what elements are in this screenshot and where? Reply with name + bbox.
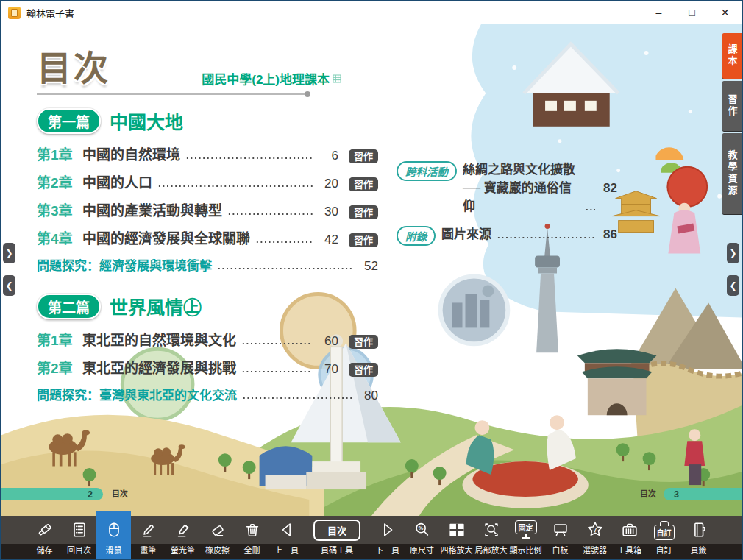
tool-label: 顯示比例 — [510, 544, 542, 559]
tool-page-tool[interactable]: 目次頁碼工具 — [304, 516, 370, 559]
tool-quad-zoom[interactable]: 四格放大 — [439, 516, 474, 559]
book-subtitle: 國民中學(2上)地理課本 — [202, 69, 330, 88]
prev-triangle-icon — [269, 516, 304, 544]
tool-highlighter[interactable]: 螢光筆 — [166, 516, 200, 559]
chapter-number: 第4章 — [37, 227, 82, 247]
extra-lines: 圖片來源86 — [441, 225, 617, 244]
monitor-icon: 固定 — [515, 520, 537, 534]
zoom-area-icon — [474, 516, 508, 544]
dot-leader — [185, 157, 313, 160]
tool-save[interactable]: 儲存 — [27, 516, 62, 559]
toc-extra-row[interactable]: 附錄圖片來源86 — [397, 225, 617, 246]
right-edge-back-arrow[interactable]: ❮ — [727, 275, 739, 296]
page-stage: 目次 國民中學(2上)地理課本 第一篇中國大地第1章中國的自然環境6習作第2章中… — [1, 24, 742, 516]
maximize-button[interactable]: □ — [675, 1, 708, 24]
tool-page-tabs[interactable]: 頁籤 — [681, 516, 716, 559]
close-button[interactable]: ✕ — [708, 1, 742, 24]
tool-toolbox[interactable]: 工具箱 — [612, 516, 647, 559]
toc-chapter-row[interactable]: 第3章中國的產業活動與轉型30習作 — [37, 199, 378, 219]
chapter-number: 第1章 — [37, 329, 82, 349]
dot-leader — [227, 213, 313, 216]
dot-leader — [241, 342, 313, 345]
explore-prefix: 問題探究： — [37, 385, 99, 403]
tool-label: 螢光筆 — [171, 544, 195, 559]
side-tab-workbook[interactable]: 習作 — [722, 81, 742, 131]
workbook-badge-button[interactable]: 習作 — [349, 149, 378, 163]
page-tool-value[interactable]: 目次 — [313, 520, 360, 541]
workbook-badge-button[interactable]: 習作 — [349, 177, 378, 191]
tool-next-page[interactable]: 下一頁 — [370, 516, 405, 559]
toc-chapter-row[interactable]: 第1章東北亞的自然環境與文化60習作 — [37, 329, 378, 349]
page-button: 目次 — [304, 516, 370, 544]
toc-extra-row[interactable]: 跨科活動絲綢之路與文化擴散── 寶藏巖的通俗信仰82 — [397, 160, 617, 216]
title-divider — [37, 93, 305, 95]
explore-row[interactable]: 問題探究：臺灣與東北亞的文化交流80 — [37, 385, 378, 403]
page-number-left: 2 — [88, 489, 93, 500]
left-edge-forward-arrow[interactable]: ❯ — [3, 243, 15, 263]
side-tab-resources[interactable]: 教學資源 — [722, 133, 742, 214]
tool-display-ratio[interactable]: 固定顯示比例 — [508, 516, 543, 559]
next-triangle-icon — [370, 516, 405, 544]
tool-partial-zoom[interactable]: 局部放大 — [474, 516, 508, 559]
dot-leader — [157, 185, 313, 188]
dot-leader — [585, 208, 595, 211]
tool-label: 白板 — [552, 544, 569, 559]
tool-pen[interactable]: 畫筆 — [131, 516, 166, 559]
highlighter-icon — [166, 516, 200, 544]
titlebar: 翰林電子書 – □ ✕ — [1, 1, 742, 24]
tool-custom[interactable]: 自訂自訂 — [647, 516, 681, 559]
tool-mouse[interactable]: 滑鼠 — [96, 511, 131, 559]
extra-lines: 絲綢之路與文化擴散── 寶藏巖的通俗信仰82 — [463, 160, 617, 216]
workbook-badge-button[interactable]: 習作 — [349, 335, 378, 349]
toc-extras: 跨科活動絲綢之路與文化擴散── 寶藏巖的通俗信仰82附錄圖片來源86 — [397, 160, 617, 255]
section-title: 世界風情㊤ — [110, 293, 202, 319]
workbook-badge-button[interactable]: 習作 — [349, 205, 378, 219]
left-edge-back-arrow[interactable]: ❮ — [3, 275, 15, 296]
tool-prev-page[interactable]: 上一頁 — [269, 516, 304, 559]
tool-label: 局部放大 — [475, 544, 508, 559]
toc-chapter-row[interactable]: 第2章中國的人口20習作 — [37, 171, 378, 191]
side-tab-textbook[interactable]: 課本 — [722, 33, 742, 79]
explore-title: 臺灣與東北亞的文化交流 — [99, 385, 237, 403]
dot-leader — [217, 267, 353, 270]
explore-prefix: 問題探究： — [37, 255, 99, 274]
page-number-right: 3 — [674, 489, 679, 500]
case-text-icon: 自訂 — [647, 516, 681, 544]
workbook-badge-button[interactable]: 習作 — [349, 233, 378, 247]
tool-label: 回目次 — [67, 544, 91, 559]
section-badge: 第二篇 — [37, 294, 101, 319]
chapter-number: 第1章 — [37, 143, 82, 163]
toc-chapter-row[interactable]: 第4章中國的經濟發展與全球關聯42習作 — [37, 227, 378, 247]
section-header: 第一篇中國大地 — [37, 107, 378, 134]
toolbox-icon — [612, 516, 647, 544]
tool-number-picker[interactable]: 7選號器 — [577, 516, 612, 559]
chapter-title: 中國的自然環境 — [82, 143, 180, 163]
tool-label: 上一頁 — [274, 544, 299, 559]
minimize-button[interactable]: – — [642, 1, 675, 24]
tool-whiteboard[interactable]: 白板 — [543, 516, 577, 559]
toc-list-icon — [62, 516, 96, 544]
toc-chapter-row[interactable]: 第2章東北亞的經濟發展與挑戰70習作 — [37, 357, 378, 377]
chapter-number: 第2章 — [37, 171, 82, 191]
chapter-page-number: 6 — [316, 149, 338, 163]
app-icon — [8, 7, 21, 19]
svg-text:%: % — [418, 525, 423, 531]
explore-row[interactable]: 問題探究：經濟發展與環境衝擊52 — [37, 255, 378, 274]
workbook-badge-button[interactable]: 習作 — [349, 363, 378, 377]
tool-eraser[interactable]: 橡皮擦 — [200, 516, 235, 559]
toc-chapter-row[interactable]: 第1章中國的自然環境6習作 — [37, 143, 378, 163]
chapter-title: 中國的經濟發展與全球關聯 — [82, 227, 250, 247]
section-header: 第二篇世界風情㊤ — [37, 293, 378, 319]
tool-delete-all[interactable]: 全刪 — [235, 516, 269, 559]
tool-label: 下一頁 — [375, 544, 399, 559]
chapter-title: 中國的人口 — [82, 171, 152, 191]
tool-label: 儲存 — [37, 544, 53, 559]
tool-label: 選號器 — [583, 544, 607, 559]
tool-back-to-toc[interactable]: 回目次 — [62, 516, 96, 559]
extra-text: 絲綢之路與文化擴散 — [463, 160, 575, 179]
eraser-icon — [200, 516, 235, 544]
subtitle-wrap: 國民中學(2上)地理課本 — [202, 69, 341, 91]
tool-original-size[interactable]: %原尺寸 — [405, 516, 439, 559]
right-edge-forward-arrow[interactable]: ❯ — [727, 243, 739, 263]
case-text-icon: 自訂 — [654, 525, 675, 540]
